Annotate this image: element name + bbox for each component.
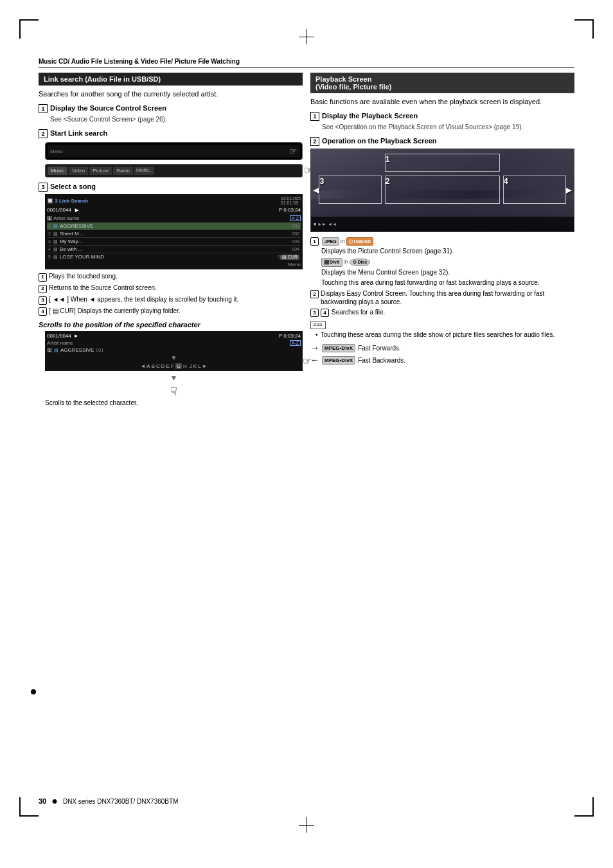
right-step-1-title: 1 Display the Playback Screen [310, 112, 574, 121]
ls-song-2-icon: ▤ [53, 239, 58, 244]
char-artist-row: Artist name A-Z [47, 340, 301, 346]
char-track-row: 0001/0044 ► P 0:03:24 [47, 333, 301, 339]
in-connector-2: in [344, 258, 348, 266]
bwd-text: Fast Backwards. [358, 357, 405, 364]
char-g[interactable]: G [175, 363, 182, 369]
annotation-1: 1 Plays the touched song. [39, 272, 303, 282]
ls-song-2[interactable]: 3 ▤ My Way... 003 [47, 238, 301, 246]
footer-series-text: DNX series DNX7360BT/ DNX7360BTM [63, 798, 179, 805]
char-d[interactable]: D [161, 363, 165, 369]
char-song-name: AGGRESSIVE [60, 347, 94, 353]
scroll-section: Scrolls to the position of the specified… [39, 321, 303, 408]
annot-2-text: Returns to the Source Control screen. [49, 284, 303, 292]
right-section-desc: Basic functions are available even when … [310, 97, 574, 107]
char-play: ► [74, 333, 79, 339]
ls-song-3-name: Be with ... [60, 246, 292, 252]
char-e[interactable]: E [166, 363, 170, 369]
char-scroll-wrapper: 0001/0044 ► P 0:03:24 Artist name A-Z 1 [45, 331, 303, 371]
right-annot-1b-text: Displays the Menu Control Screen (page 3… [321, 268, 450, 277]
ls-song-0[interactable]: 1 ▤ AGGRESSIVE 001 [47, 222, 301, 230]
char-j[interactable]: J [190, 363, 192, 369]
main-columns: Link search (Audio File in USB/SD) Searc… [39, 73, 574, 413]
page-content: Music CD/ Audio File Listening & Video F… [39, 58, 574, 804]
tab-radio[interactable]: Radio [113, 167, 133, 175]
touch-icon-4: ☟ [170, 385, 177, 398]
tab-media[interactable]: Media... [134, 167, 154, 175]
char-b[interactable]: B [152, 363, 155, 369]
ls-menu-footer: Menu [47, 262, 301, 267]
right-step-1-label: Display the Playback Screen [322, 112, 418, 120]
step-1-label: Display the Source Control Screen [50, 104, 166, 112]
bullet-note-1: Touching these areas during the slide sh… [315, 330, 574, 339]
footer-bullet: ● [51, 795, 58, 807]
ls-song-2-num2: 003 [292, 239, 299, 244]
char-f[interactable]: F [171, 363, 174, 369]
char-c[interactable]: C [156, 363, 160, 369]
right-annot-3-num: 3 [310, 309, 319, 317]
step-2-num: 2 [39, 129, 48, 138]
ls-song-1-num: 2 [48, 231, 51, 236]
ls-song-0-num2: 001 [292, 224, 299, 228]
footer-page-num: 30 [39, 797, 46, 805]
ls-song-4[interactable]: 5 ▤ LOSE YOUR MIND 1 ▤ CUR [47, 253, 301, 260]
right-column: Playback Screen (Video file, Picture fil… [310, 73, 574, 413]
tab-music[interactable]: Music [48, 167, 67, 175]
annot-1-num: 1 [39, 273, 47, 282]
char-a[interactable]: A [147, 363, 150, 369]
ls-screen-title: 🔲 3 Link Search [47, 198, 88, 204]
bullet-notes: Touching these areas during the slide sh… [313, 330, 574, 339]
hand-below: ☟ [45, 384, 303, 399]
annot-1-text: Plays the touched song. [49, 272, 303, 280]
right-annot-34-text: Searches for a file. [332, 308, 574, 316]
ls-cur-btn[interactable]: ▤ CUR [280, 255, 299, 260]
tab-video[interactable]: Video [69, 167, 88, 175]
reg-mark-tr [574, 19, 594, 39]
tab-bar-screen: Music Video Picture Radio Media... [45, 164, 303, 177]
ls-song-1[interactable]: 2 ▤ Sheet M... 002 [47, 230, 301, 238]
ls-song-3-num2: 004 [292, 247, 299, 251]
menu-device-screen: Menu ☞ [45, 142, 303, 160]
char-h[interactable]: H [183, 363, 187, 369]
char-left-arrow[interactable]: ◄ [140, 363, 145, 369]
tab-picture[interactable]: Picture [89, 167, 112, 175]
right-annot-4-num: 4 [321, 309, 329, 317]
fwd-bwd-section: → MPEG•DivX Fast Forwards. ← MPEG•DivX F… [310, 343, 574, 365]
char-screen: 0001/0044 ► P 0:03:24 Artist name A-Z 1 [45, 331, 303, 371]
step-1-title: 1 Display the Source Control Screen [39, 104, 303, 113]
ls-ptime: P 0:03:24 [279, 207, 301, 213]
pb-zone-4[interactable]: 4 [503, 176, 566, 204]
step-3-title: 3 Select a song [39, 183, 303, 192]
page-title: Music CD/ Audio File Listening & Video F… [39, 58, 574, 68]
ls-az[interactable]: A-Z [290, 215, 301, 221]
ls-title-row: 1 Artist name A-Z [47, 215, 301, 221]
right-annot-1-note: Touching this area during fast forwardin… [321, 278, 540, 287]
ls-time2: 03:01:00501:01:99 [281, 196, 301, 205]
char-right-arrow[interactable]: ► [202, 363, 208, 369]
link-search-wrapper: 🔲 3 Link Search 03:01:00501:01:99 0001/0… [45, 194, 303, 269]
crosshair-top [299, 29, 314, 44]
fwd-arrow: → [310, 343, 319, 353]
pb-zone-3[interactable]: 3 [319, 176, 382, 204]
step-1-desc: See <Source Control Screen> (page 26). [50, 115, 303, 124]
step-2-title: 2 Start Link search [39, 129, 303, 138]
pb-arrow-right: ► [564, 185, 574, 196]
right-annot-1-num: 1 [310, 237, 319, 246]
annot-4-num: 4 [39, 307, 47, 316]
ls-song-3[interactable]: 4 ▤ Be with ... 004 [47, 246, 301, 253]
scroll-title: Scrolls to the position of the specified… [39, 321, 303, 329]
ls-song-3-icon: ▤ [53, 247, 58, 252]
pb-zone-1[interactable]: 1 [385, 154, 501, 172]
pb-zone-2[interactable]: 2 [385, 176, 501, 204]
reg-mark-tl [19, 19, 39, 39]
right-step-1: 1 Display the Playback Screen See <Opera… [310, 112, 574, 132]
link-search-screen: 🔲 3 Link Search 03:01:00501:01:99 0001/0… [45, 194, 303, 269]
char-l[interactable]: L [198, 363, 200, 369]
char-k[interactable]: K [193, 363, 197, 369]
step-1: 1 Display the Source Control Screen See … [39, 104, 303, 124]
right-annot-1b-header: ⬛DivX in ⊙ Disc [321, 258, 370, 266]
annotations-list: 1 Plays the touched song. 2 Returns to t… [39, 272, 303, 316]
ls-header: 🔲 3 Link Search 03:01:00501:01:99 [47, 196, 301, 205]
pb-zone-2-label: 2 [386, 176, 390, 186]
reg-mark-br [574, 797, 594, 817]
char-az[interactable]: A-Z [290, 340, 301, 346]
